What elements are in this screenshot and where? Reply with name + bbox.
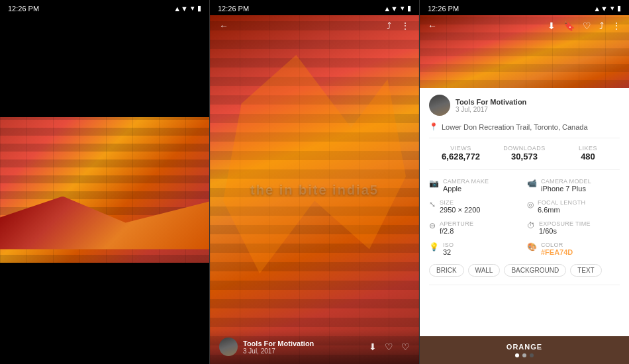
views-value: 6,628,772 xyxy=(429,152,493,161)
brick-image-1[interactable] xyxy=(0,117,209,263)
aperture-value: f/2.8 xyxy=(440,227,473,235)
iso-label: ISO xyxy=(443,242,454,248)
status-icons-3: ▲▼ ▾ ▮ xyxy=(593,4,621,13)
share-button-2[interactable]: ⤴ xyxy=(387,21,391,31)
color-dot-1 xyxy=(515,353,519,357)
iso-icon: 💡 xyxy=(429,242,439,251)
color-dot-3 xyxy=(530,353,534,357)
tag-brick[interactable]: BRICK xyxy=(429,264,464,277)
focal-icon: ◎ xyxy=(527,200,534,209)
color-dot-2 xyxy=(522,353,526,357)
views-label: Views xyxy=(429,145,493,152)
meta-camera-make: 📷 Camera make Apple xyxy=(429,178,522,193)
action-icons-2: ⬇ ♡ ♡ xyxy=(369,341,410,352)
color-label: Color xyxy=(541,242,573,248)
exposure-value: 1/60s xyxy=(539,227,591,235)
top-black xyxy=(0,15,209,117)
meta-iso: 💡 ISO 32 xyxy=(429,242,522,256)
phone-screen-3: 12:26 PM ▲▼ ▾ ▮ ← ⬇ 🔖 ♡ ⤴ ⋮ Tools For xyxy=(420,0,629,364)
download-button-3[interactable]: ⬇ xyxy=(548,21,556,31)
status-bar-3: 12:26 PM ▲▼ ▾ ▮ xyxy=(420,0,629,15)
date-2: 3 Jul, 2017 xyxy=(243,347,314,355)
camera-model-label: Camera model xyxy=(541,178,591,185)
wifi-icon-3: ▾ xyxy=(610,4,614,13)
color-swatch-icon: 🎨 xyxy=(527,242,537,251)
author-info: Tools For Motivation 3 Jul, 2017 xyxy=(456,98,526,113)
download-button-2[interactable]: ⬇ xyxy=(369,341,377,352)
bottom-info-2: Tools For Motivation 3 Jul, 2017 ⬇ ♡ ♡ xyxy=(210,330,419,364)
top-bar-3: ← ⬇ 🔖 ♡ ⤴ ⋮ xyxy=(420,15,629,36)
iso-value: 32 xyxy=(443,248,454,256)
share-button-3[interactable]: ⤴ xyxy=(599,21,604,31)
top-bar-2: ← ⤴ ⋮ xyxy=(210,15,419,36)
time-2: 12:26 PM xyxy=(218,5,249,13)
battery-icon-3: ▮ xyxy=(617,4,621,13)
likes-label: Likes xyxy=(556,145,620,152)
exposure-icon: ⏱ xyxy=(527,221,535,230)
camera-make-value: Apple xyxy=(443,185,489,193)
bookmark-button-3[interactable]: 🔖 xyxy=(563,21,575,31)
detail-card: Tools For Motivation 3 Jul, 2017 📍 Lower… xyxy=(420,88,629,336)
color-hex-value: #FEA74D xyxy=(541,248,573,256)
user-info-2: Tools For Motivation 3 Jul, 2017 xyxy=(219,338,314,356)
color-section-label: ORANGE xyxy=(426,343,622,351)
focal-label: Focal length xyxy=(538,199,585,206)
avatar-2 xyxy=(219,338,238,356)
user-text-2: Tools For Motivation 3 Jul, 2017 xyxy=(243,340,314,355)
tag-wall[interactable]: WALL xyxy=(468,264,501,277)
author-name: Tools For Motivation xyxy=(456,98,526,106)
tags-row: BRICK WALL BACKGROUND TEXT xyxy=(429,264,620,285)
likes-value: 480 xyxy=(556,152,620,161)
color-dots xyxy=(426,353,622,357)
avatar-3 xyxy=(429,95,450,116)
camera-make-label: Camera make xyxy=(443,178,489,185)
back-button-2[interactable]: ← xyxy=(219,21,228,31)
status-bar-2: 12:26 PM ▲▼ ▾ ▮ xyxy=(210,0,419,15)
meta-camera-model: 📹 Camera model iPhone 7 Plus xyxy=(527,178,620,193)
top-image-3: ← ⬇ 🔖 ♡ ⤴ ⋮ xyxy=(420,15,629,88)
photo-author-row: Tools For Motivation 3 Jul, 2017 xyxy=(429,95,620,116)
downloads-label: Downloads xyxy=(493,145,556,152)
stats-row: Views 6,628,772 Downloads 30,573 Likes 4… xyxy=(429,145,620,170)
signal-icon-1: ▲▼ xyxy=(173,5,188,13)
meta-focal: ◎ Focal length 6.6mm xyxy=(527,199,620,214)
camera-model-value: iPhone 7 Plus xyxy=(541,185,591,193)
focal-value: 6.6mm xyxy=(538,206,585,214)
signal-icon-3: ▲▼ xyxy=(593,5,608,13)
meta-aperture: ⊖ Aperture f/2.8 xyxy=(429,220,522,235)
more-button-2[interactable]: ⋮ xyxy=(401,21,410,31)
battery-icon-1: ▮ xyxy=(197,4,201,13)
stat-views: Views 6,628,772 xyxy=(429,145,493,161)
location-text: Lower Don Recreation Trail, Toronto, Can… xyxy=(442,123,588,131)
like-button-2[interactable]: ♡ xyxy=(401,341,410,352)
username-2: Tools For Motivation xyxy=(243,340,314,347)
like-button-3[interactable]: ♡ xyxy=(583,21,591,31)
tag-background[interactable]: BACKGROUND xyxy=(504,264,566,277)
camera-icon: 📷 xyxy=(429,179,439,188)
tag-text[interactable]: TEXT xyxy=(570,264,602,277)
battery-icon-2: ▮ xyxy=(407,4,411,13)
more-button-3[interactable]: ⋮ xyxy=(612,21,621,31)
aperture-icon: ⊖ xyxy=(429,221,436,230)
downloads-value: 30,573 xyxy=(493,152,556,161)
signal-icon-2: ▲▼ xyxy=(383,5,398,13)
status-icons-2: ▲▼ ▾ ▮ xyxy=(383,4,411,13)
wifi-icon-2: ▾ xyxy=(401,4,405,13)
size-value: 2950 × 2200 xyxy=(440,206,480,214)
size-icon: ⤡ xyxy=(429,200,436,209)
brick-bg-2 xyxy=(210,15,419,364)
meta-grid: 📷 Camera make Apple 📹 Camera model iPhon… xyxy=(429,178,620,256)
photo-author-left: Tools For Motivation 3 Jul, 2017 xyxy=(429,95,526,116)
meta-exposure: ⏱ Exposure time 1/60s xyxy=(527,220,620,235)
brick-fullscreen[interactable]: ← ⤴ ⋮ the in bite india5 Tools For Motiv… xyxy=(210,15,419,364)
bookmark-button-2[interactable]: ♡ xyxy=(385,341,393,352)
author-date: 3 Jul, 2017 xyxy=(456,106,526,113)
back-button-3[interactable]: ← xyxy=(428,21,437,31)
bottom-black xyxy=(0,263,209,365)
stat-downloads: Downloads 30,573 xyxy=(493,145,556,161)
size-label: Size xyxy=(440,199,480,206)
meta-size: ⤡ Size 2950 × 2200 xyxy=(429,199,522,214)
status-icons-1: ▲▼ ▾ ▮ xyxy=(173,4,201,13)
meta-color: 🎨 Color #FEA74D xyxy=(527,242,620,256)
time-3: 12:26 PM xyxy=(428,5,459,13)
